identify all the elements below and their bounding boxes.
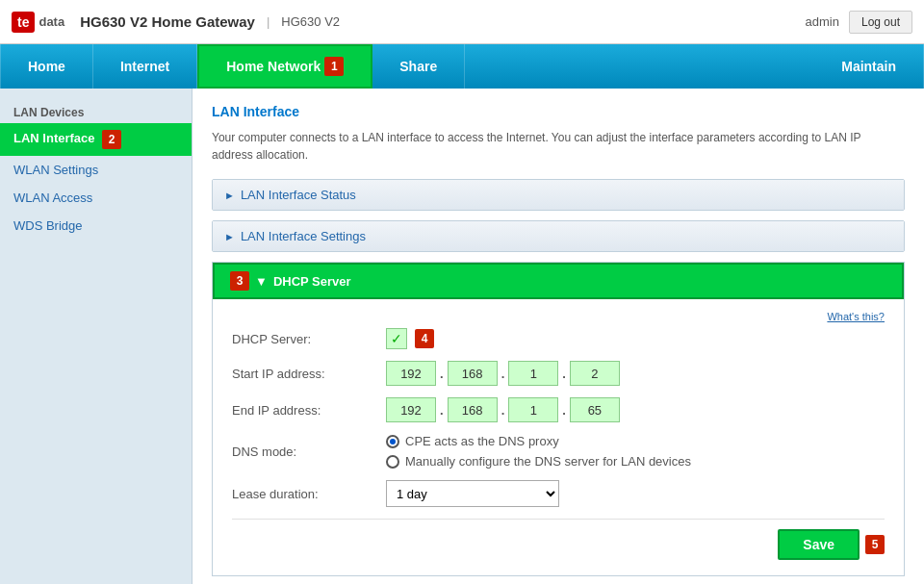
nav-home-network[interactable]: Home Network 1	[197, 44, 372, 89]
content-area: LAN Interface Your computer connects to …	[192, 89, 924, 584]
header: te data HG630 V2 Home Gateway | HG630 V2…	[0, 0, 924, 44]
dhcp-server-control: ✓ 4	[386, 328, 434, 349]
header-subtitle: HG630 V2	[281, 14, 340, 29]
ip-dot-1: .	[440, 367, 444, 381]
logout-button[interactable]: Log out	[849, 11, 912, 34]
panel-settings-label: LAN Interface Settings	[241, 229, 366, 243]
start-ip-d[interactable]	[570, 361, 620, 386]
lease-duration-row: Lease duration: 1 day 2 days 7 days 1 ho…	[232, 480, 885, 507]
dns-option2-row: Manually configure the DNS server for LA…	[386, 454, 691, 469]
header-title: HG630 V2 Home Gateway	[80, 13, 255, 30]
panel-status-label: LAN Interface Status	[241, 188, 356, 202]
ip-dot-5: .	[501, 403, 505, 418]
save-button[interactable]: Save	[778, 529, 860, 560]
logo-icon-text: te	[17, 14, 29, 30]
panel-settings-header[interactable]: ► LAN Interface Settings	[213, 221, 904, 251]
ip-dot-6: .	[562, 403, 566, 418]
dns-mode-row: DNS mode: CPE acts as the DNS proxy Manu…	[232, 434, 885, 469]
dns-mode-group: CPE acts as the DNS proxy Manually confi…	[386, 434, 691, 469]
sidebar-item-wlan-access[interactable]: WLAN Access	[0, 184, 192, 212]
dns-option1-row: CPE acts as the DNS proxy	[386, 434, 691, 448]
sidebar-section-title: LAN Devices	[0, 98, 192, 123]
start-ip-b[interactable]	[448, 361, 498, 386]
dhcp-server-row: DHCP Server: ✓ 4	[232, 328, 885, 349]
dhcp-checkbox[interactable]: ✓	[386, 328, 407, 349]
dns-radio-1[interactable]	[386, 435, 399, 448]
start-ip-c[interactable]	[508, 361, 558, 386]
section-desc: Your computer connects to a LAN interfac…	[212, 129, 905, 164]
chevron-right-icon: ►	[224, 190, 235, 201]
nav-share[interactable]: Share	[372, 44, 465, 89]
end-ip-a[interactable]	[386, 397, 436, 422]
navbar: Home Internet Home Network 1 Share Maint…	[0, 44, 924, 89]
main-layout: LAN Devices LAN Interface 2 WLAN Setting…	[0, 89, 924, 584]
badge-3: 3	[230, 271, 249, 291]
ip-dot-3: .	[562, 367, 566, 381]
chevron-right-icon-2: ►	[224, 231, 235, 242]
start-ip-a[interactable]	[386, 361, 436, 386]
nav-home[interactable]: Home	[0, 44, 93, 89]
start-ip-label: Start IP address:	[232, 367, 386, 381]
dns-option1-label: CPE acts as the DNS proxy	[405, 434, 559, 448]
end-ip-d[interactable]	[570, 397, 620, 422]
dhcp-panel: 3 ▼ DHCP Server What's this? DHCP Server…	[212, 262, 905, 576]
badge-2: 2	[102, 130, 121, 149]
logo-text: data	[38, 14, 64, 29]
dhcp-server-label: DHCP Server:	[232, 332, 386, 346]
logo: te data	[12, 12, 64, 33]
end-ip-b[interactable]	[448, 397, 498, 422]
dhcp-content: What's this? DHCP Server: ✓ 4 Start IP a…	[213, 299, 904, 575]
whats-this-link[interactable]: What's this?	[232, 311, 885, 322]
ip-dot-2: .	[501, 367, 505, 381]
start-ip-control: . . .	[386, 361, 620, 386]
save-btn-row: Save 5	[232, 519, 885, 564]
panel-lan-settings: ► LAN Interface Settings	[212, 220, 905, 252]
end-ip-control: . . .	[386, 397, 620, 422]
chevron-down-icon: ▼	[255, 274, 268, 289]
sidebar: LAN Devices LAN Interface 2 WLAN Setting…	[0, 89, 192, 584]
ip-dot-4: .	[440, 403, 444, 418]
end-ip-c[interactable]	[508, 397, 558, 422]
header-divider: |	[267, 14, 270, 29]
badge-1: 1	[324, 57, 344, 76]
header-right: admin Log out	[806, 11, 912, 34]
nav-maintain[interactable]: Maintain	[814, 44, 924, 89]
sidebar-item-wds-bridge[interactable]: WDS Bridge	[0, 212, 192, 240]
logo-icon: te	[12, 12, 35, 33]
end-ip-row: End IP address: . . .	[232, 397, 885, 422]
badge-5: 5	[865, 535, 885, 554]
dns-option2-label: Manually configure the DNS server for LA…	[405, 454, 691, 469]
lease-label: Lease duration:	[232, 487, 386, 501]
sidebar-item-lan-interface[interactable]: LAN Interface 2	[0, 123, 192, 156]
end-ip-label: End IP address:	[232, 403, 386, 418]
panel-lan-status: ► LAN Interface Status	[212, 179, 905, 211]
dhcp-panel-header[interactable]: 3 ▼ DHCP Server	[213, 263, 904, 299]
nav-internet[interactable]: Internet	[93, 44, 197, 89]
panel-status-header[interactable]: ► LAN Interface Status	[213, 180, 904, 210]
dhcp-panel-title: DHCP Server	[273, 274, 351, 289]
section-title: LAN Interface	[212, 104, 905, 119]
admin-label: admin	[806, 14, 839, 29]
lease-select[interactable]: 1 day 2 days 7 days 1 hour 12 hours	[386, 480, 559, 507]
lease-control: 1 day 2 days 7 days 1 hour 12 hours	[386, 480, 559, 507]
badge-4: 4	[415, 329, 434, 348]
dns-mode-label: DNS mode:	[232, 444, 386, 459]
dns-radio-2[interactable]	[386, 455, 399, 469]
start-ip-row: Start IP address: . . .	[232, 361, 885, 386]
sidebar-item-wlan-settings[interactable]: WLAN Settings	[0, 156, 192, 184]
